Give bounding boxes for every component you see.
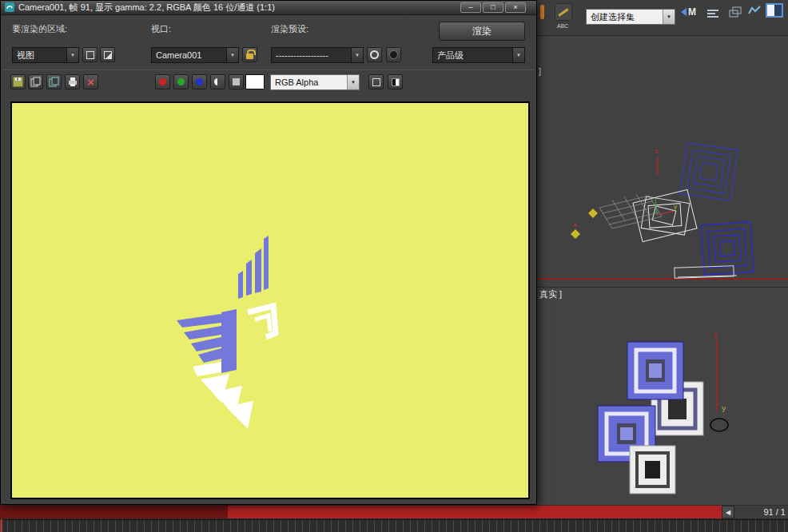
clone-icon	[49, 77, 59, 87]
auto-region-button[interactable]	[100, 47, 115, 62]
chevron-down-icon: ▼	[226, 48, 238, 62]
render-shape-blue-steps	[177, 309, 237, 373]
preset-label: 渲染预设:	[271, 23, 308, 35]
selection-set-combo[interactable]: 创建选择集 ▼	[586, 9, 675, 25]
window-title: Camera001, 帧 91, 显示 gamma: 2.2, RGBA 颜色 …	[18, 2, 456, 14]
area-combo[interactable]: 视图 ▼	[12, 47, 79, 63]
rendered-frame-window: Camera001, 帧 91, 显示 gamma: 2.2, RGBA 颜色 …	[0, 0, 537, 505]
viewport-label-realistic: 真实 ]	[539, 288, 562, 300]
print-image-button[interactable]	[65, 74, 80, 89]
shaded-scene: z y	[537, 288, 788, 505]
viewport-shaded[interactable]: z y	[537, 288, 788, 505]
grid-plane	[599, 194, 662, 228]
svg-text:z: z	[655, 148, 658, 155]
channel-display-combo[interactable]: RGB Alpha ▼	[270, 74, 360, 90]
chevron-down-icon: ▼	[512, 48, 524, 62]
lock-icon	[246, 54, 253, 59]
render-shape-white-chevrons	[248, 306, 276, 337]
previous-frame-button[interactable]: ◀	[722, 506, 734, 518]
render-button[interactable]: 渲染	[439, 22, 525, 41]
chevron-down-icon: ▼	[347, 75, 359, 89]
3dsmax-application: ABC 创建选择集 ▼ M z	[0, 0, 788, 532]
copy-image-button[interactable]	[28, 74, 43, 89]
close-button[interactable]: ×	[505, 2, 526, 13]
svg-text:x: x	[573, 221, 577, 228]
track-bar[interactable]	[0, 519, 788, 532]
viewport-label: 视口:	[151, 23, 171, 35]
viewport-wireframe[interactable]: z y	[537, 36, 788, 288]
rendered-image	[12, 103, 528, 498]
svg-text:y: y	[722, 404, 726, 412]
shaded-box-white-2	[630, 446, 675, 494]
track-bar-marker	[1, 519, 2, 532]
frame-counter: 91 / 1	[734, 506, 788, 518]
wireframe-base-rect	[675, 266, 737, 279]
rename-pen-icon[interactable]	[555, 3, 572, 21]
preset-combo[interactable]: ------------------ ▼	[271, 47, 364, 63]
title-bar[interactable]: Camera001, 帧 91, 显示 gamma: 2.2, RGBA 颜色 …	[1, 1, 536, 15]
render-canvas-frame	[10, 101, 530, 499]
background-color-swatch[interactable]	[245, 74, 265, 89]
copy-icon	[30, 77, 41, 87]
clear-image-button[interactable]: ×	[83, 74, 98, 89]
viewport-combo[interactable]: Camera001 ▼	[151, 47, 239, 63]
edit-region-button[interactable]	[82, 47, 98, 62]
quality-combo[interactable]: 产品级 ▼	[432, 47, 525, 63]
save-image-button[interactable]	[10, 74, 26, 89]
align-icon[interactable]	[706, 8, 719, 19]
alpha-channel-button[interactable]	[229, 74, 244, 89]
shaded-box-blue-1	[627, 342, 683, 399]
svg-text:y: y	[674, 204, 677, 210]
svg-text:z: z	[714, 331, 718, 339]
chevron-down-icon: ▼	[351, 48, 363, 62]
viewport-label-bracket: ]	[539, 66, 541, 76]
render-canvas	[12, 103, 528, 498]
toggle-ui-overlays-button[interactable]	[368, 74, 384, 89]
blue-channel-button[interactable]	[192, 74, 207, 89]
mirror-icon[interactable]: M	[681, 6, 696, 18]
blue-channel-icon	[196, 78, 203, 85]
mono-channel-icon	[214, 78, 221, 85]
chevron-down-icon: ▼	[66, 48, 78, 62]
time-slider-range[interactable]	[228, 506, 722, 518]
red-channel-button[interactable]	[155, 74, 170, 89]
environment-button[interactable]	[386, 47, 401, 62]
render-shape-blue-slats	[238, 236, 269, 299]
nested-squares-blue-top	[680, 143, 738, 200]
clone-window-button[interactable]	[46, 74, 62, 89]
printer-icon	[67, 77, 78, 87]
layer-manager-icon[interactable]	[729, 6, 743, 19]
wireframe-scene: z y	[537, 36, 788, 288]
floppy-icon	[13, 77, 23, 87]
green-channel-button[interactable]	[173, 74, 189, 89]
selection-set-value: 创建选择集	[587, 10, 663, 24]
minimize-button[interactable]: –	[460, 2, 481, 13]
red-channel-icon	[159, 78, 166, 85]
render-toolbar: 要渲染的区域: 视口: 渲染预设: 渲染 视图 ▼ Camera001 ▼ --…	[1, 15, 536, 103]
alpha-channel-icon	[233, 78, 240, 85]
render-setup-button[interactable]	[367, 47, 382, 62]
clear-x-icon: ×	[87, 76, 94, 88]
render-frame-icon[interactable]	[766, 3, 783, 18]
mono-channel-button[interactable]	[210, 74, 225, 89]
green-channel-icon	[177, 78, 185, 85]
maximize-button[interactable]: □	[483, 2, 503, 13]
main-toolbar: ABC 创建选择集 ▼ M	[527, 0, 788, 36]
max-logo-icon	[5, 1, 14, 15]
chevron-down-icon: ▼	[663, 10, 675, 24]
curve-editor-icon[interactable]	[748, 5, 761, 16]
abc-label: ABC	[557, 23, 568, 29]
toggle-ui-button[interactable]	[388, 74, 403, 89]
snap-toggle-icon[interactable]	[540, 5, 544, 19]
toolbar-divider	[2, 69, 535, 70]
area-label: 要渲染的区域:	[12, 23, 67, 35]
lock-viewport-button[interactable]	[242, 47, 257, 62]
time-slider[interactable]: ◀ 91 / 1	[0, 506, 788, 518]
